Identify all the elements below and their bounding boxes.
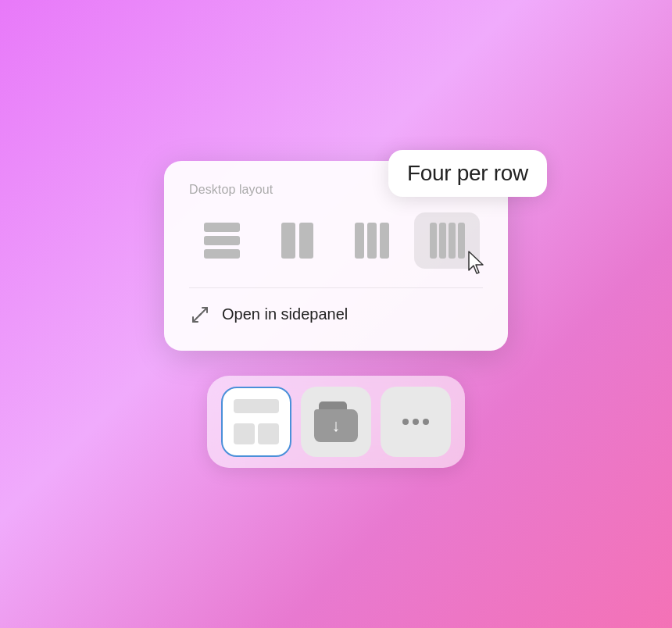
dock-item-grid[interactable] (221, 387, 291, 457)
three-col-icon (355, 223, 389, 259)
open-sidepanel-label: Open in sidepanel (222, 305, 348, 323)
four-col-icon (430, 223, 465, 259)
grid-icon (234, 399, 279, 444)
sidepanel-icon (189, 304, 211, 326)
two-col-icon (281, 223, 313, 259)
layout-btn-three-col[interactable] (339, 212, 405, 269)
layout-btn-one-row[interactable] (189, 212, 255, 269)
download-arrow-icon: ↓ (332, 416, 341, 436)
svg-line-1 (199, 308, 207, 316)
layout-section: Desktop layout (189, 183, 483, 288)
dock: ↓ (207, 376, 465, 468)
four-per-row-tooltip: Four per row (388, 150, 547, 197)
open-sidepanel-row[interactable]: Open in sidepanel (189, 288, 483, 326)
dock-item-more[interactable] (381, 387, 451, 457)
folder-icon: ↓ (314, 401, 358, 442)
cursor-icon (466, 250, 488, 275)
layout-options-group (189, 212, 483, 269)
one-row-icon (204, 223, 240, 259)
more-dots-icon (402, 419, 429, 425)
layout-btn-two-col[interactable] (264, 212, 330, 269)
layout-btn-four-col[interactable] (414, 212, 480, 269)
dock-item-downloads[interactable]: ↓ (301, 387, 371, 457)
